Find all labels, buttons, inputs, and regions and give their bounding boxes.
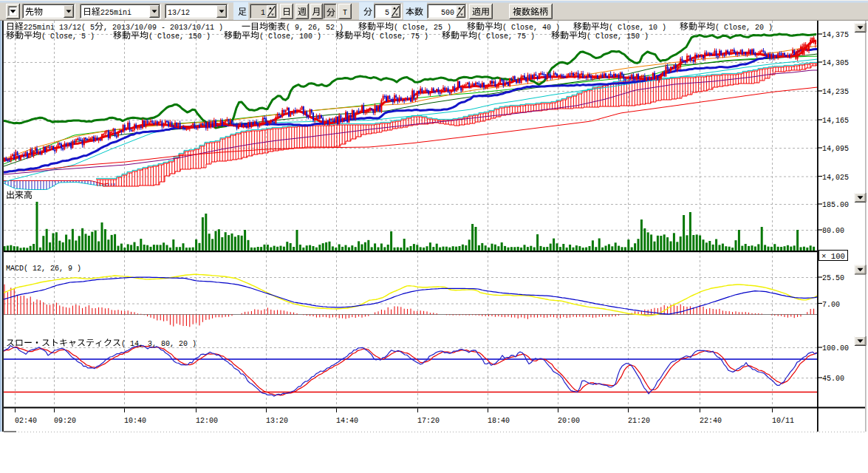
svg-text:14,305: 14,305 — [822, 58, 849, 67]
svg-text:80.00: 80.00 — [822, 225, 844, 235]
svg-text:14,095: 14,095 — [822, 143, 849, 153]
svg-text:02:40: 02:40 — [15, 415, 37, 425]
svg-text:( Close, 150 ): ( Close, 150 ) — [148, 31, 211, 41]
svg-text:5: 5 — [385, 7, 389, 17]
svg-text:( Close, 75 ): ( Close, 75 ) — [371, 31, 428, 41]
svg-text:45.00: 45.00 — [822, 373, 844, 383]
svg-text:MACD( 12, 26, 9 ): MACD( 12, 26, 9 ) — [6, 263, 81, 273]
svg-text:( 14, 3, 80, 20 ): ( 14, 3, 80, 20 ) — [121, 338, 197, 348]
svg-text:14:40: 14:40 — [336, 415, 358, 425]
svg-text:21:20: 21:20 — [628, 415, 650, 425]
svg-text:( Close, 100 ): ( Close, 100 ) — [259, 31, 321, 41]
svg-text:10:40: 10:40 — [124, 415, 146, 425]
svg-text:14,235: 14,235 — [822, 86, 849, 96]
svg-text:13:20: 13:20 — [266, 415, 288, 425]
svg-text:18:40: 18:40 — [488, 415, 510, 425]
svg-text:13/12: 13/12 — [168, 7, 190, 17]
svg-text:14,165: 14,165 — [822, 115, 849, 125]
svg-text:17:20: 17:20 — [417, 415, 440, 425]
svg-text:( Close, 75 ): ( Close, 75 ) — [477, 31, 535, 41]
svg-text:225mini: 225mini — [100, 7, 131, 17]
svg-text:500: 500 — [441, 7, 454, 17]
svg-text:( Close, 5 ): ( Close, 5 ) — [41, 31, 95, 41]
svg-text:25.50: 25.50 — [822, 273, 844, 282]
svg-text:09:20: 09:20 — [54, 415, 76, 425]
svg-text:( Close, 150 ): ( Close, 150 ) — [587, 31, 649, 41]
svg-text:22:40: 22:40 — [700, 415, 722, 425]
svg-text:14,375: 14,375 — [822, 30, 849, 39]
svg-text:7.00: 7.00 — [822, 299, 840, 309]
svg-text:12:00: 12:00 — [196, 415, 218, 425]
svg-text:( Close, 20 ): ( Close, 20 ) — [715, 22, 773, 32]
svg-text:10/11: 10/11 — [772, 415, 794, 425]
svg-text:100.00: 100.00 — [822, 343, 849, 353]
svg-text:1: 1 — [261, 7, 265, 17]
svg-text:14,025: 14,025 — [822, 172, 849, 182]
svg-text:185.00: 185.00 — [822, 200, 849, 209]
svg-text:T: T — [343, 7, 347, 17]
svg-text:× 100: × 100 — [821, 251, 845, 261]
svg-text:20:00: 20:00 — [558, 415, 580, 425]
